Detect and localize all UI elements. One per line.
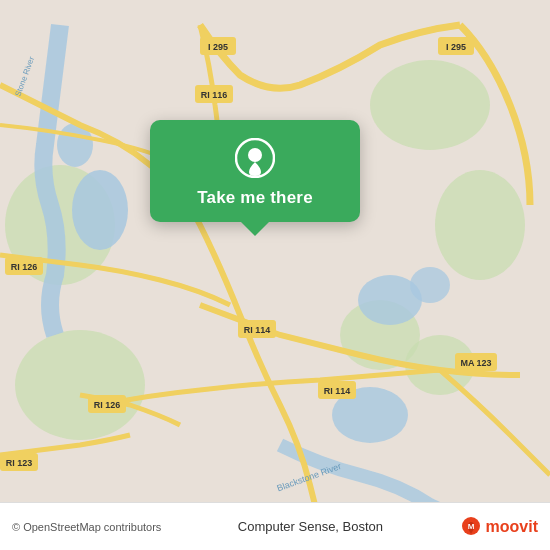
moovit-logo-text: moovit <box>486 518 538 536</box>
moovit-logo: M moovit <box>460 516 538 538</box>
svg-point-2 <box>435 170 525 280</box>
location-pin-icon <box>235 138 275 178</box>
svg-text:I 295: I 295 <box>446 42 466 52</box>
svg-text:M: M <box>467 522 474 531</box>
bottom-bar: © OpenStreetMap contributors Computer Se… <box>0 502 550 550</box>
svg-text:RI 123: RI 123 <box>6 458 33 468</box>
svg-point-33 <box>248 148 262 162</box>
svg-point-4 <box>15 330 145 440</box>
svg-text:RI 126: RI 126 <box>94 400 121 410</box>
svg-point-7 <box>72 170 128 250</box>
svg-text:RI 126: RI 126 <box>11 262 38 272</box>
location-card: Take me there <box>150 120 360 222</box>
svg-text:I 295: I 295 <box>208 42 228 52</box>
map-background: I 295 I 295 RI 116 RI 126 RI 114 RI 114 … <box>0 0 550 550</box>
svg-text:RI 116: RI 116 <box>201 90 228 100</box>
location-label: Computer Sense, Boston <box>238 519 383 534</box>
attribution-text: © OpenStreetMap contributors <box>12 521 161 533</box>
moovit-icon: M <box>460 516 482 538</box>
take-me-there-button[interactable]: Take me there <box>197 188 313 208</box>
svg-point-10 <box>410 267 450 303</box>
svg-point-1 <box>370 60 490 150</box>
svg-text:RI 114: RI 114 <box>324 386 351 396</box>
svg-text:MA 123: MA 123 <box>460 358 491 368</box>
map-container: I 295 I 295 RI 116 RI 126 RI 114 RI 114 … <box>0 0 550 550</box>
svg-text:RI 114: RI 114 <box>244 325 271 335</box>
